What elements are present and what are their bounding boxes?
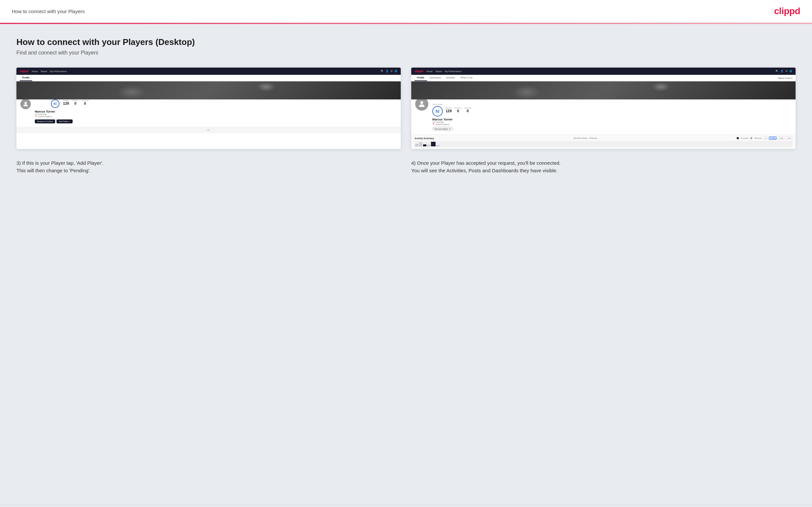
avatar-icon-right — [417, 100, 426, 108]
mock-nav-left: Home Teams My Performance — [32, 70, 67, 72]
search-icon-left: 🔍 — [381, 70, 384, 72]
description-row: 3) If this is your Player tap, 'Add Play… — [16, 160, 796, 174]
mock-tabs-right: Profile Dashboard Activities What To On — [414, 75, 475, 81]
mock-player-name-right: Marcus Turner — [432, 118, 792, 121]
mock-app-right: clippd Home Teams My Performance 🔍 👤 ⚙ 🌐 — [411, 68, 796, 149]
page-title: How to connect with your Players (Deskto… — [16, 37, 796, 47]
user-icon-right: 👤 — [780, 70, 783, 72]
description-left-text: 3) If this is your Player tap, 'Add Play… — [16, 160, 103, 173]
mock-activity-controls-right: On course Off course 1 yr 6 mths 3 mths … — [737, 136, 792, 140]
breadcrumb: How to connect with your Players — [12, 8, 85, 14]
search-icon-right: 🔍 — [775, 70, 778, 72]
globe-icon-left: 🌐 — [395, 70, 398, 72]
mock-bottom-strip-left: ✏ — [16, 127, 401, 133]
bar-6 — [436, 145, 440, 146]
quality-circle-left: 92 — [51, 100, 59, 108]
description-right-text: 4) Once your Player has accepted your re… — [411, 160, 561, 173]
svg-point-0 — [24, 102, 27, 104]
mock-nav-home-left: Home — [32, 70, 38, 72]
bar-2 — [419, 143, 422, 146]
mock-navbar-left: clippd Home Teams My Performance 🔍 👤 ⚙ 🌐 — [16, 68, 401, 75]
mock-stat-following-left: Following 0 — [82, 100, 88, 105]
bar-3 — [423, 145, 426, 146]
mock-avatar-left — [20, 98, 32, 110]
legend-offcourse-dot — [750, 137, 752, 139]
request-follow-button-left[interactable]: Request to Follow — [35, 119, 55, 123]
time-btn-1mth[interactable]: 1 mth — [785, 136, 792, 140]
mock-location-right: 📍 United Kingdom — [432, 123, 792, 125]
mock-stat-activities-right: Activities 129 — [445, 107, 452, 113]
add-player-button-left[interactable]: Add Player + — [56, 119, 72, 123]
description-left: 3) If this is your Player tap, 'Add Play… — [16, 160, 401, 174]
mock-nav-icons-right: 🔍 👤 ⚙ 🌐 — [775, 70, 792, 72]
mock-tab-dashboard-right[interactable]: Dashboard — [427, 75, 444, 81]
description-right: 4) Once your Player has accepted your re… — [411, 160, 796, 174]
mock-player-name-left: Marcus Turner — [35, 110, 398, 113]
mock-profile-section-left: Player Quality 92 Activities 129 Followe… — [16, 100, 401, 127]
mock-nav-performance-right: My Performance — [445, 70, 461, 72]
mock-stat-followers-left: Followers 0 — [72, 100, 79, 105]
mock-banner-overlay-right — [411, 81, 796, 100]
mock-banner-right — [411, 81, 796, 100]
screenshot-left: clippd Home Teams My Performance 🔍 👤 ⚙ 🌐 — [16, 68, 401, 149]
remove-player-label: Remove Player — [435, 128, 448, 130]
mock-tab-whatton-right[interactable]: What To On — [458, 75, 475, 81]
mock-chart-area-right — [414, 141, 792, 147]
mock-profile-section-right: Player Quality 92 Activities 129 Followe… — [411, 100, 796, 134]
mock-logo-left: clippd — [20, 69, 29, 73]
mock-stat-following-right: Following 0 — [464, 107, 471, 113]
bar-5 — [431, 142, 436, 146]
pencil-icon-left: ✏ — [207, 128, 210, 132]
mock-profile-row-right: Player Quality 92 Activities 129 Followe… — [414, 102, 792, 131]
legend-offcourse-label: Off course — [754, 137, 762, 139]
mock-time-btns-right: 1 yr 6 mths 3 mths 1 mth — [763, 136, 792, 140]
legend-oncourse-dot — [737, 137, 739, 139]
remove-player-badge[interactable]: Remove Player ✕ — [432, 127, 453, 131]
mock-activity-period-right: Monthly Activity · 6 Months — [574, 137, 597, 139]
mock-name-section-left: Marcus Turner 1-5 Handicap 📍 United King… — [35, 110, 398, 123]
mock-nav-right: Home Teams My Performance — [427, 70, 462, 72]
mock-tabs-left: Profile — [16, 75, 401, 81]
header: How to connect with your Players clippd — [0, 0, 812, 23]
time-btn-6mths[interactable]: 6 mths — [769, 136, 776, 140]
mock-nav-teams-left: Teams — [40, 70, 47, 72]
mock-logo-right: clippd — [414, 69, 423, 73]
mock-name-section-right: Marcus Turner 1-5 Handicap 📍 United King… — [432, 118, 792, 131]
mock-nav-performance-left: My Performance — [50, 70, 67, 72]
svg-point-1 — [420, 101, 423, 104]
mock-stat-activities-left: Activities 129 — [63, 100, 69, 105]
mock-tab-activities-right[interactable]: Activities — [444, 75, 458, 81]
header-logo: clippd — [774, 6, 800, 16]
mock-tab-profile-left[interactable]: Profile — [20, 75, 32, 81]
mock-profile-row-left: Player Quality 92 Activities 129 Followe… — [20, 102, 398, 123]
mock-nav-home-right: Home — [427, 70, 433, 72]
mock-nav-teams-right: Teams — [435, 70, 442, 72]
mock-banner-overlay-left — [16, 81, 401, 100]
mock-stats-row-right: Player Quality 92 Activities 129 Followe… — [432, 103, 792, 116]
main-content: How to connect with your Players (Deskto… — [0, 24, 812, 505]
player-selector-right[interactable]: Marcus Turner ▾ — [778, 77, 792, 79]
mock-profile-info-left: Player Quality 92 Activities 129 Followe… — [35, 102, 398, 123]
mock-banner-left — [16, 81, 401, 100]
mock-location-left: 📍 United Kingdom — [35, 115, 398, 117]
location-icon-right: 📍 — [432, 123, 435, 125]
mock-tab-profile-right[interactable]: Profile — [414, 75, 427, 81]
page-subtitle: Find and connect with your Players — [16, 50, 796, 56]
mock-buttons-left[interactable]: Request to Follow Add Player + — [35, 119, 398, 123]
bar-1 — [415, 144, 418, 146]
mock-quality-right: Player Quality 92 — [432, 103, 443, 116]
remove-player-close-icon[interactable]: ✕ — [449, 128, 451, 130]
legend-oncourse-label: On course — [741, 137, 748, 139]
user-icon-left: 👤 — [386, 70, 389, 72]
mock-tabs-row-right: Profile Dashboard Activities What To On … — [411, 75, 796, 81]
page-footer: Copyright Clippd 2022 — [0, 505, 812, 507]
mock-navbar-right: clippd Home Teams My Performance 🔍 👤 ⚙ 🌐 — [411, 68, 796, 75]
settings-icon-left: ⚙ — [391, 70, 393, 72]
mock-nav-icons-left: 🔍 👤 ⚙ 🌐 — [381, 70, 398, 72]
settings-icon-right: ⚙ — [785, 70, 788, 72]
quality-label-right: Player Quality — [432, 103, 443, 105]
time-btn-1yr[interactable]: 1 yr — [763, 136, 768, 140]
avatar-icon-left — [22, 101, 29, 107]
mock-app-left: clippd Home Teams My Performance 🔍 👤 ⚙ 🌐 — [16, 68, 401, 133]
time-btn-3mths[interactable]: 3 mths — [777, 136, 785, 140]
